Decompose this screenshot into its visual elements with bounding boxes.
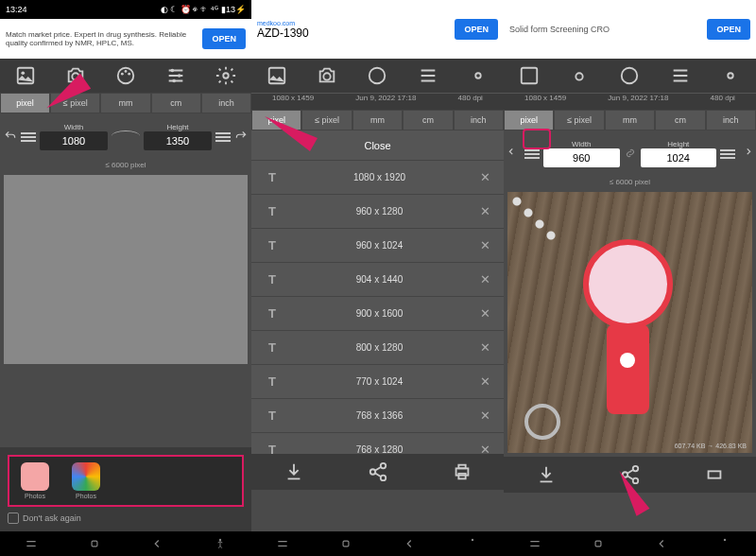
svg-point-15 <box>369 68 386 84</box>
sliders-icon[interactable] <box>165 65 186 86</box>
presets-menu-icon[interactable] <box>21 130 36 142</box>
download-icon[interactable] <box>536 464 557 485</box>
print-icon[interactable] <box>452 461 472 482</box>
camera-icon[interactable] <box>317 65 337 86</box>
redo-icon[interactable] <box>234 130 248 143</box>
camera-icon[interactable] <box>569 65 590 86</box>
unit-lte-pixel[interactable]: ≤ pixel <box>554 110 604 130</box>
preset-item[interactable]: T904 x 1440✕ <box>251 263 504 297</box>
app-photos-1[interactable]: Photos <box>15 462 55 499</box>
gallery-icon[interactable] <box>519 65 540 86</box>
delete-preset-icon[interactable]: ✕ <box>473 204 496 218</box>
preset-item[interactable]: T770 x 1024✕ <box>251 365 504 399</box>
unit-cm[interactable]: cm <box>151 93 201 113</box>
preset-item[interactable]: T768 x 1280✕ <box>251 433 504 454</box>
top-toolbar <box>251 59 504 93</box>
unit-inch[interactable]: inch <box>454 110 504 130</box>
preset-label: 900 x 1600 <box>285 308 473 319</box>
palette-icon[interactable] <box>115 65 136 86</box>
ad-banner-2[interactable]: medkoo.com AZD-1390 OPEN <box>251 0 504 59</box>
preset-item[interactable]: T1080 x 1920✕ <box>251 161 504 195</box>
ad-open-button[interactable]: OPEN <box>455 19 498 40</box>
recents-icon[interactable] <box>25 537 38 550</box>
system-nav <box>504 531 756 556</box>
home-icon[interactable] <box>88 537 101 550</box>
svg-point-8 <box>178 74 181 78</box>
svg-point-16 <box>476 73 482 78</box>
unit-mm[interactable]: mm <box>605 110 655 130</box>
preset-item[interactable]: T900 x 1600✕ <box>251 297 504 331</box>
dimensions-row: Width 1080 Height 1350 <box>0 113 251 159</box>
link-icon[interactable] <box>624 147 637 160</box>
preset-item[interactable]: T960 x 1024✕ <box>251 229 504 263</box>
image-preview[interactable]: 607.74 KB → 426.83 KB <box>507 192 752 453</box>
ad-open-button[interactable]: OPEN <box>707 19 750 40</box>
preset-item[interactable]: T768 x 1366✕ <box>251 399 504 433</box>
home-icon[interactable] <box>339 537 352 550</box>
svg-point-24 <box>471 539 472 541</box>
limit-note: ≤ 6000 pixel <box>0 159 251 171</box>
unit-mm[interactable]: mm <box>100 93 150 113</box>
ad-banner-3[interactable]: Solid form Screening CRO OPEN <box>504 0 756 59</box>
delete-preset-icon[interactable]: ✕ <box>473 272 496 287</box>
swap-arc[interactable] <box>112 130 140 142</box>
recents-icon[interactable] <box>276 537 289 550</box>
download-icon[interactable] <box>284 461 304 482</box>
back-icon[interactable] <box>403 537 416 550</box>
palette-icon[interactable] <box>619 65 640 86</box>
home-icon[interactable] <box>592 537 605 550</box>
sliders-icon[interactable] <box>670 65 691 86</box>
gear-icon[interactable] <box>720 65 741 86</box>
delete-preset-icon[interactable]: ✕ <box>473 443 496 454</box>
palette-icon[interactable] <box>367 65 387 86</box>
unit-cm[interactable]: cm <box>403 110 453 130</box>
delete-preset-icon[interactable]: ✕ <box>473 374 496 389</box>
delete-preset-icon[interactable]: ✕ <box>473 306 496 321</box>
delete-preset-icon[interactable]: ✕ <box>473 340 496 355</box>
back-icon[interactable] <box>655 537 668 550</box>
back-icon[interactable] <box>150 537 163 550</box>
dont-ask-checkbox[interactable]: Don't ask again <box>8 513 244 524</box>
recents-icon[interactable] <box>528 537 541 550</box>
unit-inch[interactable]: inch <box>706 110 756 130</box>
share-icon[interactable] <box>368 461 388 482</box>
unit-cm[interactable]: cm <box>655 110 705 130</box>
width-value[interactable]: 960 <box>543 148 620 167</box>
preset-item[interactable]: T960 x 1280✕ <box>251 195 504 229</box>
sliders-icon[interactable] <box>418 65 438 86</box>
preset-label: 800 x 1280 <box>285 342 473 353</box>
gear-icon[interactable] <box>215 65 236 86</box>
gear-icon[interactable] <box>468 65 489 86</box>
undo-icon[interactable] <box>507 147 521 160</box>
svg-rect-21 <box>458 465 465 469</box>
width-value[interactable]: 1080 <box>40 131 108 150</box>
unit-inch[interactable]: inch <box>201 93 251 113</box>
app-photos-2[interactable]: Photos <box>66 462 106 499</box>
accessibility-icon[interactable] <box>214 537 227 550</box>
gallery-icon[interactable] <box>15 65 36 86</box>
presets-menu-icon-2[interactable] <box>720 148 735 159</box>
unit-lte-pixel[interactable]: ≤ pixel <box>301 110 352 130</box>
ad-banner[interactable]: Match market price. Expert in drug synth… <box>0 19 251 59</box>
height-value[interactable]: 1024 <box>641 148 717 167</box>
redo-icon[interactable] <box>739 147 752 160</box>
accessibility-icon[interactable] <box>466 537 479 550</box>
text-preset-icon: T <box>259 306 285 321</box>
accessibility-icon[interactable] <box>718 537 731 550</box>
print-icon[interactable] <box>704 464 725 485</box>
preset-list[interactable]: T1080 x 1920✕ T960 x 1280✕ T960 x 1024✕ … <box>251 161 504 454</box>
preset-item[interactable]: T800 x 1280✕ <box>251 331 504 365</box>
presets-menu-icon-2[interactable] <box>215 130 231 142</box>
delete-preset-icon[interactable]: ✕ <box>473 238 496 252</box>
svg-rect-33 <box>595 541 601 547</box>
height-value[interactable]: 1350 <box>144 131 212 150</box>
gallery-icon[interactable] <box>266 65 287 86</box>
text-preset-icon: T <box>259 443 285 454</box>
unit-pixel[interactable]: pixel <box>504 110 554 130</box>
delete-preset-icon[interactable]: ✕ <box>473 408 496 423</box>
svg-point-12 <box>219 539 221 541</box>
unit-mm[interactable]: mm <box>352 110 403 130</box>
ad-open-button[interactable]: OPEN <box>202 28 246 49</box>
delete-preset-icon[interactable]: ✕ <box>473 170 496 184</box>
undo-icon[interactable] <box>4 130 17 143</box>
